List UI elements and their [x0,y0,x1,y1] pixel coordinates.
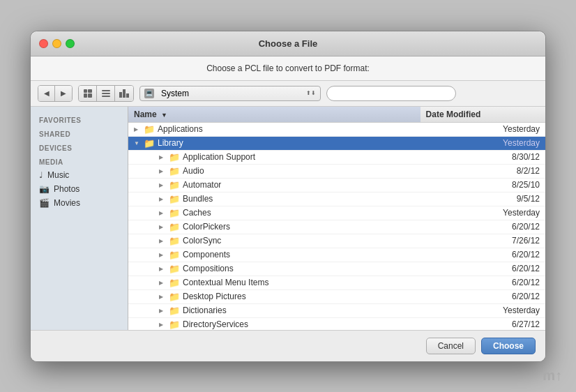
file-name-cell: ▶📁Desktop Pictures [128,289,420,303]
view-buttons [78,85,134,102]
subtitle-bar: Choose a PCL file to convert to PDF form… [31,56,545,81]
table-row[interactable]: ▶📁DictionariesYesterday [128,303,545,317]
folder-icon: 📁 [169,208,180,218]
choose-button[interactable]: Choose [481,338,536,354]
table-row[interactable]: ▶📁ApplicationsYesterday [128,122,545,136]
table-row[interactable]: ▶📁Contextual Menu Items6/20/12 [128,276,545,289]
file-name: Compositions [183,264,234,273]
file-date: 8/25/10 [420,178,545,192]
folder-icon: 📁 [169,194,180,204]
table-row[interactable]: ▶📁DirectoryServices6/27/12 [128,317,545,330]
location-dropdown[interactable]: 💻 System ⬆⬇ [139,86,321,101]
col-name-header[interactable]: Name ▼ [128,107,420,123]
sidebar-item-music[interactable]: ♩ Music [31,168,128,182]
file-date: 8/2/12 [420,164,545,178]
maximize-button[interactable] [66,39,75,48]
col-date-header[interactable]: Date Modified [420,107,545,123]
disclosure-triangle-icon[interactable]: ▶ [134,126,141,133]
disclosure-triangle-icon[interactable]: ▶ [159,196,166,202]
disclosure-triangle-icon[interactable]: ▶ [159,154,166,160]
search-wrapper: 🔍 [326,86,538,101]
file-table: Name ▼ Date Modified ▶📁ApplicationsYeste… [128,107,545,330]
file-name-cell: ▶📁Components [128,248,420,262]
folder-icon: 📁 [169,152,180,163]
file-name-cell: ▶📁Applications [128,122,420,136]
file-name-cell: ▶📁Dictionaries [128,303,420,317]
minimize-button[interactable] [52,39,61,48]
list-view-button[interactable] [97,86,115,101]
file-date: 7/26/12 [420,234,545,248]
file-name-cell: ▶📁Compositions [128,262,420,276]
icon-view-button[interactable] [79,86,97,101]
file-date: 6/20/12 [420,262,545,276]
file-name: ColorSync [183,236,221,246]
disclosure-triangle-icon[interactable]: ▼ [134,140,141,146]
file-name-cell: ▶📁Automator [128,178,420,192]
search-input[interactable] [326,86,456,101]
file-name: Bundles [183,194,213,204]
cancel-button[interactable]: Cancel [426,338,476,354]
disclosure-triangle-icon[interactable]: ▶ [159,238,166,244]
file-date: Yesterday [420,303,545,317]
file-date: 6/20/12 [420,220,545,234]
disclosure-triangle-icon[interactable]: ▶ [159,252,166,258]
file-name: Library [158,138,183,148]
movies-icon: 🎬 [39,198,50,208]
file-name: Desktop Pictures [183,292,246,301]
file-date: Yesterday [420,136,545,150]
file-name: Dictionaries [183,306,227,315]
disclosure-triangle-icon[interactable]: ▶ [159,210,166,216]
sidebar-item-movies[interactable]: 🎬 Movies [31,196,128,210]
sidebar-item-photos[interactable]: 📷 Photos [31,182,128,196]
table-row[interactable]: ▶📁Bundles9/5/12 [128,192,545,206]
file-date: 6/27/12 [420,317,545,330]
file-date: 6/20/12 [420,276,545,289]
toolbar: ◀ ▶ [31,81,545,107]
disclosure-triangle-icon[interactable]: ▶ [159,294,166,300]
table-row[interactable]: ▶📁Components6/20/12 [128,248,545,262]
file-name-cell: ▶📁DirectoryServices [128,317,420,330]
window-controls [39,39,75,48]
disclosure-triangle-icon[interactable]: ▶ [159,168,166,174]
disclosure-triangle-icon[interactable]: ▶ [159,322,166,328]
close-button[interactable] [39,39,48,48]
sidebar-item-movies-label: Movies [54,198,80,208]
file-date: 9/5/12 [420,192,545,206]
table-row[interactable]: ▶📁Automator8/25/10 [128,178,545,192]
table-row[interactable]: ▶📁ColorSync7/26/12 [128,234,545,248]
folder-icon: 📁 [169,264,180,274]
file-name-cell: ▶📁Bundles [128,192,420,206]
table-row[interactable]: ▶📁Desktop Pictures6/20/12 [128,289,545,303]
table-row[interactable]: ▶📁ColorPickers6/20/12 [128,220,545,234]
disclosure-triangle-icon[interactable]: ▶ [159,266,166,272]
table-row[interactable]: ▶📁Compositions6/20/12 [128,262,545,276]
disclosure-triangle-icon[interactable]: ▶ [159,308,166,314]
subtitle-text: Choose a PCL file to convert to PDF form… [206,63,370,73]
disclosure-triangle-icon[interactable]: ▶ [159,224,166,230]
file-date: Yesterday [420,206,545,220]
disclosure-triangle-icon[interactable]: ▶ [159,182,166,188]
forward-button[interactable]: ▶ [55,86,72,101]
table-row[interactable]: ▼📁LibraryYesterday [128,136,545,150]
disclosure-triangle-icon[interactable]: ▶ [159,280,166,286]
column-view-button[interactable] [115,86,133,101]
table-row[interactable]: ▶📁CachesYesterday [128,206,545,220]
sidebar-section-favorites: FAVORITES [31,112,128,126]
sidebar-section-media: MEDIA [31,154,128,168]
watermark: m↑ [543,368,562,384]
sidebar-section-devices: DEVICES [31,140,128,154]
folder-icon: 📁 [169,236,180,246]
file-date: Yesterday [420,122,545,136]
table-row[interactable]: ▶📁Application Support8/30/12 [128,150,545,164]
file-dialog: Choose a File Choose a PCL file to conve… [30,31,546,362]
back-button[interactable]: ◀ [38,86,55,101]
bottom-bar: Cancel Choose [31,330,545,361]
file-date: 8/30/12 [420,150,545,164]
file-name-cell: ▶📁Audio [128,164,420,178]
title-bar: Choose a File [31,31,545,56]
folder-icon: 📁 [169,319,180,330]
table-row[interactable]: ▶📁Audio8/2/12 [128,164,545,178]
folder-icon: 📁 [169,180,180,190]
dialog-title: Choose a File [259,38,318,49]
file-date: 6/20/12 [420,248,545,262]
